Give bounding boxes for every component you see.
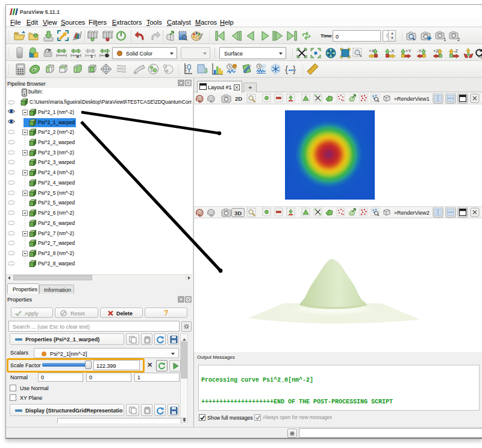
svg-text:-Z: -Z (454, 48, 458, 54)
svg-text:{: { (285, 64, 288, 74)
svg-text:+Y: +Y (405, 48, 411, 54)
svg-text:-X: -X (390, 48, 395, 54)
svg-text:1: 1 (443, 37, 446, 41)
svg-text:2: 2 (457, 37, 460, 41)
svg-text:+90: +90 (478, 55, 482, 59)
svg-text:+X: +X (369, 48, 374, 54)
svg-text:+Z: +Z (433, 48, 439, 54)
svg-text:}: } (293, 64, 296, 74)
svg-text:-Y: -Y (417, 48, 422, 54)
